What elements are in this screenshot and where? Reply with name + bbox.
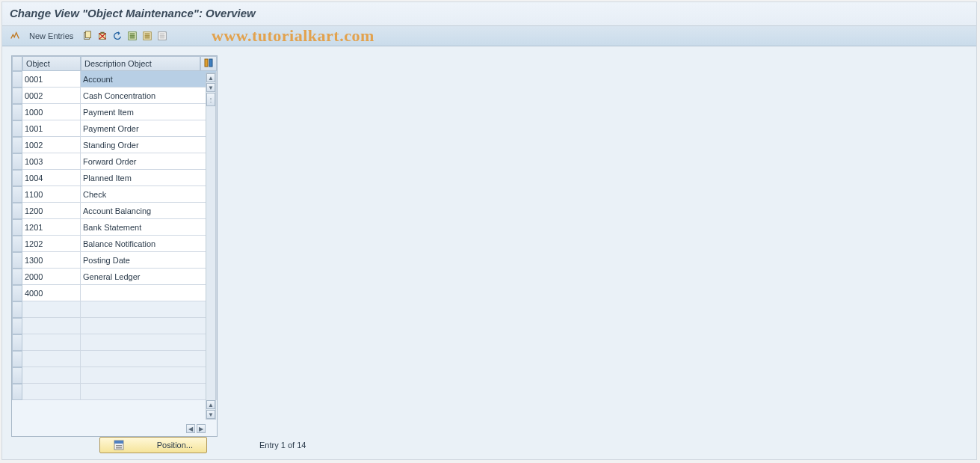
corner-header[interactable] xyxy=(12,56,22,71)
cell-description[interactable] xyxy=(81,318,217,334)
row-selector[interactable] xyxy=(12,186,22,203)
table-row[interactable] xyxy=(12,334,217,351)
table-row[interactable]: 2000General Ledger xyxy=(12,269,217,285)
select-block-icon[interactable] xyxy=(141,29,154,43)
scroll-grip-icon[interactable]: ⋮ xyxy=(206,93,215,106)
cell-description[interactable] xyxy=(81,334,217,351)
table-row[interactable]: 0002Cash Concentration xyxy=(12,88,217,104)
row-selector[interactable] xyxy=(12,170,22,186)
row-selector[interactable] xyxy=(12,301,22,318)
cell-description[interactable] xyxy=(81,384,217,400)
cell-description[interactable]: Account xyxy=(81,71,217,88)
cell-description[interactable]: Standing Order xyxy=(81,137,217,153)
cell-object[interactable]: 1003 xyxy=(22,153,81,170)
object-table[interactable]: Object Description Object 0001Account000… xyxy=(12,56,217,400)
undo-icon[interactable] xyxy=(111,29,124,43)
cell-description[interactable]: Cash Concentration xyxy=(81,88,217,104)
cell-description[interactable]: Bank Statement xyxy=(81,219,217,236)
cell-object[interactable] xyxy=(22,384,81,400)
select-all-icon[interactable] xyxy=(126,29,139,43)
cell-description[interactable]: Balance Notification xyxy=(81,236,217,252)
row-selector[interactable] xyxy=(12,236,22,252)
table-row[interactable]: 1002Standing Order xyxy=(12,137,217,153)
table-row[interactable]: 4000 xyxy=(12,285,217,301)
cell-description[interactable]: Posting Date xyxy=(81,252,217,269)
row-selector[interactable] xyxy=(12,71,22,88)
copy-icon[interactable] xyxy=(81,29,94,43)
row-selector[interactable] xyxy=(12,153,22,170)
cell-object[interactable]: 2000 xyxy=(22,269,81,285)
row-selector[interactable] xyxy=(12,120,22,137)
table-row[interactable]: 1200Account Balancing xyxy=(12,203,217,219)
row-selector[interactable] xyxy=(12,384,22,400)
row-selector[interactable] xyxy=(12,367,22,384)
table-row[interactable]: 1003Forward Order xyxy=(12,153,217,170)
cell-object[interactable]: 1000 xyxy=(22,104,81,120)
row-selector[interactable] xyxy=(12,334,22,351)
table-row[interactable]: 0001Account xyxy=(12,71,217,88)
cell-object[interactable] xyxy=(22,351,81,367)
table-row[interactable] xyxy=(12,318,217,334)
table-row[interactable]: 1100Check xyxy=(12,186,217,203)
table-row[interactable]: 1001Payment Order xyxy=(12,120,217,137)
cell-description[interactable]: General Ledger xyxy=(81,269,217,285)
column-header-description[interactable]: Description Object xyxy=(81,56,200,71)
horizontal-scrollbar[interactable]: ◀ ▶ xyxy=(13,422,216,435)
deselect-all-icon[interactable] xyxy=(155,29,169,43)
cell-description[interactable] xyxy=(81,367,217,384)
scroll-down2-button[interactable]: ▼ xyxy=(206,410,215,419)
table-row[interactable]: 1300Posting Date xyxy=(12,252,217,269)
cell-object[interactable]: 1002 xyxy=(22,137,81,153)
new-entries-button[interactable]: New Entries xyxy=(25,30,78,42)
toggle-icon[interactable] xyxy=(8,29,22,43)
row-selector[interactable] xyxy=(12,88,22,104)
table-row[interactable] xyxy=(12,384,217,400)
vertical-scrollbar[interactable]: ▲ ▼ ⋮ ▲ ▼ xyxy=(206,73,216,420)
row-selector[interactable] xyxy=(12,104,22,120)
table-row[interactable] xyxy=(12,301,217,318)
row-selector[interactable] xyxy=(12,203,22,219)
cell-description[interactable]: Payment Item xyxy=(81,104,217,120)
column-header-object[interactable]: Object xyxy=(22,56,81,71)
delete-icon[interactable] xyxy=(96,29,109,43)
cell-object[interactable]: 1100 xyxy=(22,186,81,203)
cell-object[interactable]: 1200 xyxy=(22,203,81,219)
cell-object[interactable]: 4000 xyxy=(22,285,81,301)
table-row[interactable]: 1004Planned Item xyxy=(12,170,217,186)
cell-description[interactable] xyxy=(81,301,217,318)
table-row[interactable] xyxy=(12,367,217,384)
scroll-down-button[interactable]: ▼ xyxy=(206,83,215,92)
cell-object[interactable] xyxy=(22,334,81,351)
cell-object[interactable] xyxy=(22,318,81,334)
scroll-left-button[interactable]: ◀ xyxy=(186,424,195,433)
cell-description[interactable]: Planned Item xyxy=(81,170,217,186)
row-selector[interactable] xyxy=(12,252,22,269)
cell-object[interactable]: 1001 xyxy=(22,120,81,137)
cell-object[interactable]: 1202 xyxy=(22,236,81,252)
cell-description[interactable]: Forward Order xyxy=(81,153,217,170)
cell-object[interactable]: 1300 xyxy=(22,252,81,269)
cell-description[interactable] xyxy=(81,285,217,301)
row-selector[interactable] xyxy=(12,351,22,367)
scroll-up2-button[interactable]: ▲ xyxy=(206,400,215,409)
position-button[interactable]: Position... xyxy=(99,437,207,453)
row-selector[interactable] xyxy=(12,285,22,301)
cell-object[interactable]: 0002 xyxy=(22,88,81,104)
row-selector[interactable] xyxy=(12,318,22,334)
cell-object[interactable]: 1201 xyxy=(22,219,81,236)
row-selector[interactable] xyxy=(12,219,22,236)
cell-object[interactable] xyxy=(22,367,81,384)
table-row[interactable]: 1201Bank Statement xyxy=(12,219,217,236)
cell-object[interactable]: 0001 xyxy=(22,71,81,88)
scroll-right-button[interactable]: ▶ xyxy=(197,424,206,433)
table-row[interactable] xyxy=(12,351,217,367)
cell-description[interactable]: Check xyxy=(81,186,217,203)
table-row[interactable]: 1202Balance Notification xyxy=(12,236,217,252)
row-selector[interactable] xyxy=(12,269,22,285)
scroll-up-button[interactable]: ▲ xyxy=(206,73,215,82)
table-row[interactable]: 1000Payment Item xyxy=(12,104,217,120)
cell-description[interactable]: Payment Order xyxy=(81,120,217,137)
table-config-button[interactable] xyxy=(200,56,217,71)
cell-object[interactable]: 1004 xyxy=(22,170,81,186)
cell-object[interactable] xyxy=(22,301,81,318)
